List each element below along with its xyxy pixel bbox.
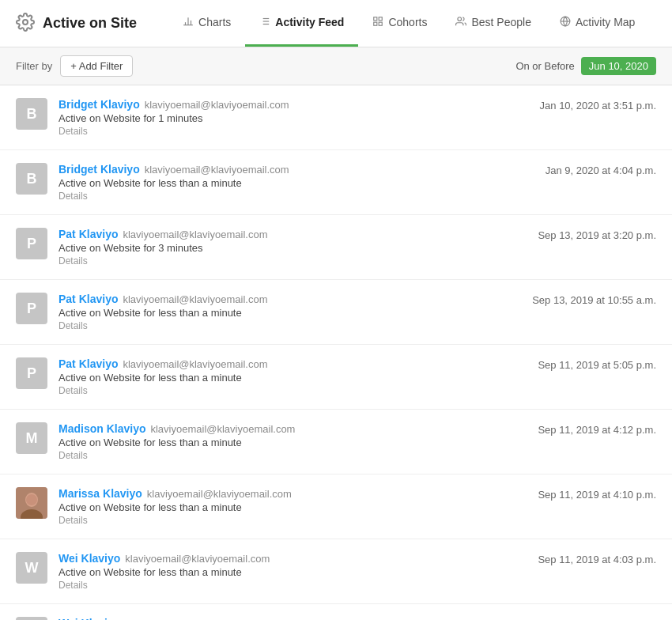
person-name[interactable]: Wei Klaviyo [59,552,120,565]
avatar: W [16,552,47,584]
avatar-initial: P [27,301,36,317]
activity-name-line: Pat Klaviyo klaviyoemail@klaviyoemail.co… [59,293,521,305]
list-icon [259,16,270,29]
list-item: B Bridget Klaviyo klaviyoemail@klaviyoem… [0,85,672,150]
globe-icon [560,16,571,29]
avatar-initial: M [26,430,38,447]
activity-description: Active on Website for less than a minute [59,307,521,319]
activity-description: Active on Website for less than a minute [59,437,527,448]
person-email: klaviyoemail@klaviyoemail.com [145,99,289,111]
avatar: P [16,228,47,259]
activity-info: Pat Klaviyo klaviyoemail@klaviyoemail.co… [59,293,521,331]
list-item: W Wei Klaviyo klaviyoemail@klaviyoemail.… [0,539,672,604]
gear-icon [16,13,35,34]
tab-charts[interactable]: Charts [168,0,245,47]
activity-name-line: Marissa Klaviyo klaviyoemail@klaviyoemai… [59,487,527,500]
avatar: B [16,98,47,130]
filter-left: Filter by + Add Filter [16,55,133,77]
tab-cohorts[interactable]: Cohorts [358,0,441,47]
activity-time: Sep 11, 2019 at 5:05 p.m. [538,359,656,371]
person-email: klaviyoemail@klaviyoemail.com [150,423,295,435]
nav-tabs: Charts Activity Feed Cohorts [168,0,656,47]
activity-details-link[interactable]: Details [59,450,527,461]
avatar-initial: B [27,171,37,187]
brand: Active on Site [16,13,137,34]
svg-rect-13 [379,22,383,25]
avatar: M [16,422,47,454]
page-title: Active on Site [43,15,137,32]
person-name[interactable]: Bridget Klaviyo [59,163,140,176]
activity-details-link[interactable]: Details [59,320,521,331]
avatar-initial: W [25,560,39,577]
activity-info: Wei Klaviyo klaviyoemail@klaviyoemail.co… [59,617,527,620]
filter-label: Filter by [16,60,52,72]
list-item: P Pat Klaviyo klaviyoemail@klaviyoemail.… [0,280,672,345]
person-name[interactable]: Bridget Klaviyo [59,98,140,111]
person-name[interactable]: Pat Klaviyo [59,357,118,370]
person-email: klaviyoemail@klaviyoemail.com [123,293,267,305]
activity-name-line: Pat Klaviyo klaviyoemail@klaviyoemail.co… [59,228,527,240]
activity-description: Active on Website for 1 minutes [59,112,529,124]
activity-name-line: Pat Klaviyo klaviyoemail@klaviyoemail.co… [59,357,527,370]
activity-name-line: Wei Klaviyo klaviyoemail@klaviyoemail.co… [59,617,527,620]
person-email: klaviyoemail@klaviyoemail.com [145,164,289,176]
person-name[interactable]: Pat Klaviyo [59,293,118,305]
activity-time: Jan 9, 2020 at 4:04 p.m. [546,164,656,176]
activity-info: Marissa Klaviyo klaviyoemail@klaviyoemai… [59,487,527,526]
activity-name-line: Madison Klaviyo klaviyoemail@klaviyoemai… [59,422,527,435]
activity-details-link[interactable]: Details [59,255,527,267]
activity-description: Active on Website for less than a minute [59,566,527,578]
person-email: klaviyoemail@klaviyoemail.com [123,358,267,370]
header: Active on Site Charts Activity Feed [0,0,672,47]
activity-details-link[interactable]: Details [59,191,534,202]
filter-bar: Filter by + Add Filter On or Before Jun … [0,47,672,85]
bar-chart-icon [183,16,194,29]
svg-rect-11 [374,17,377,20]
avatar: B [16,163,47,195]
list-item: Marissa Klaviyo klaviyoemail@klaviyoemai… [0,474,672,539]
activity-description: Active on Website for less than a minute [59,177,534,189]
activity-details-link[interactable]: Details [59,385,527,396]
activity-details-link[interactable]: Details [59,515,527,526]
filter-right: On or Before Jun 10, 2020 [515,57,656,75]
activity-info: Bridget Klaviyo klaviyoemail@klaviyoemai… [59,98,529,137]
list-item: B Bridget Klaviyo klaviyoemail@klaviyoem… [0,150,672,215]
activity-name-line: Bridget Klaviyo klaviyoemail@klaviyoemai… [59,163,534,176]
svg-point-15 [458,17,462,21]
add-filter-button[interactable]: + Add Filter [60,55,133,77]
activity-info: Wei Klaviyo klaviyoemail@klaviyoemail.co… [59,552,527,591]
person-email: klaviyoemail@klaviyoemail.com [125,553,270,565]
person-name[interactable]: Wei Klaviyo [59,617,120,620]
avatar [16,487,47,519]
person-name[interactable]: Pat Klaviyo [59,228,118,240]
activity-time: Sep 13, 2019 at 10:55 a.m. [532,294,656,306]
avatar: W [16,617,47,620]
activity-name-line: Wei Klaviyo klaviyoemail@klaviyoemail.co… [59,552,527,565]
date-filter-label: On or Before [515,60,574,72]
svg-rect-12 [379,17,383,20]
tab-best-people[interactable]: Best People [441,0,546,47]
date-filter-value: Jun 10, 2020 [581,57,656,75]
activity-details-link[interactable]: Details [59,126,529,137]
avatar-initial: P [27,365,36,382]
activity-time: Sep 11, 2019 at 4:10 p.m. [538,489,656,501]
svg-point-0 [23,20,28,25]
grid-icon [372,16,383,29]
activity-description: Active on Website for less than a minute [59,501,527,513]
person-name[interactable]: Madison Klaviyo [59,422,145,435]
list-item: P Pat Klaviyo klaviyoemail@klaviyoemail.… [0,215,672,280]
svg-point-21 [26,494,37,505]
activity-description: Active on Website for 3 minutes [59,242,527,254]
avatar-initial: P [27,236,36,252]
list-item: M Madison Klaviyo klaviyoemail@klaviyoem… [0,410,672,474]
avatar-initial: B [27,106,37,123]
activity-info: Pat Klaviyo klaviyoemail@klaviyoemail.co… [59,228,527,267]
activity-details-link[interactable]: Details [59,580,527,591]
tab-activity-feed[interactable]: Activity Feed [245,0,358,47]
list-item: W Wei Klaviyo klaviyoemail@klaviyoemail.… [0,604,672,620]
person-name[interactable]: Marissa Klaviyo [59,487,142,500]
activity-info: Pat Klaviyo klaviyoemail@klaviyoemail.co… [59,357,527,396]
tab-activity-map[interactable]: Activity Map [546,0,649,47]
activity-info: Madison Klaviyo klaviyoemail@klaviyoemai… [59,422,527,461]
activity-time: Jan 10, 2020 at 3:51 p.m. [540,100,656,112]
